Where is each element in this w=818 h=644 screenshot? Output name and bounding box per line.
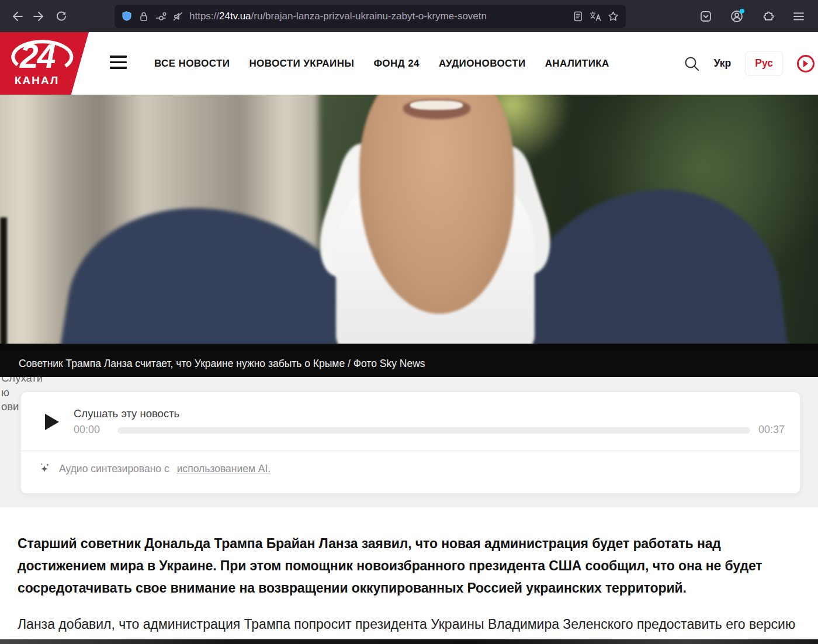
extensions-puzzle-icon [762, 10, 774, 22]
logo-word: КАНАЛ [15, 74, 59, 87]
play-button[interactable] [44, 413, 60, 431]
duration-time: 00:37 [758, 424, 785, 436]
nav-ukraine-news[interactable]: НОВОСТИ УКРАИНЫ [249, 58, 354, 70]
next-content-edge [0, 639, 818, 644]
article-hero-image [0, 95, 818, 351]
url-domain: 24tv.ua [219, 11, 251, 22]
hero-left-edge [0, 217, 7, 351]
nav-fond24[interactable]: ФОНД 24 [373, 58, 420, 70]
bookmark-star-icon[interactable] [608, 11, 619, 22]
browser-toolbar: https://24tv.ua/ru/brajan-lanza-prizval-… [0, 0, 818, 32]
hamburger-menu-icon [793, 12, 805, 21]
audio-player-card: Слушать эту новость 00:00 00:37 Аудио си… [20, 392, 800, 494]
clipped-side-text: ю [1, 386, 9, 399]
site-header: 24 КАНАЛ ВСЕ НОВОСТИ НОВОСТИ УКРАИНЫ ФОН… [0, 32, 818, 95]
player-section: Слухати ю ови Слушать эту новость 00:00 … [0, 377, 818, 507]
audio-title: Слушать эту новость [74, 407, 179, 420]
image-caption: Советник Трампа Ланза считает, что Украи… [19, 358, 425, 370]
forward-icon [33, 11, 45, 22]
url-text: https://24tv.ua/ru/brajan-lanza-prizval-… [189, 11, 566, 22]
search-icon[interactable] [684, 56, 700, 72]
lang-switch-ukr[interactable]: Укр [714, 57, 732, 70]
live-stream-button[interactable] [797, 55, 814, 72]
extensions-button[interactable] [757, 5, 779, 27]
forward-button[interactable] [28, 5, 50, 27]
nav-audionews[interactable]: АУДИОНОВОСТИ [439, 58, 526, 70]
progress-bar[interactable] [117, 427, 750, 434]
ai-sparkle-icon [39, 462, 51, 475]
image-caption-bar: Советник Трампа Ланза считает, что Украи… [0, 351, 818, 377]
nav-all-news[interactable]: ВСЕ НОВОСТИ [154, 58, 230, 70]
account-button[interactable] [726, 5, 748, 27]
back-button[interactable] [6, 5, 28, 27]
header-right-group: Укр Рус [684, 32, 818, 95]
main-nav: ВСЕ НОВОСТИ НОВОСТИ УКРАИНЫ ФОНД 24 АУДИ… [154, 32, 609, 95]
account-notification-dot [740, 9, 744, 13]
ai-note-link[interactable]: использованием AI. [177, 463, 271, 475]
lang-switch-rus[interactable]: Рус [745, 51, 783, 75]
current-time: 00:00 [74, 424, 100, 436]
article-lead-paragraph: Старший советник Дональда Трампа Брайан … [18, 532, 803, 599]
permissions-icon [155, 12, 167, 20]
clipped-side-text: ови [1, 400, 19, 413]
toolbar-right-group [695, 5, 812, 27]
reload-button[interactable] [50, 5, 72, 27]
pocket-button[interactable] [695, 5, 717, 27]
logo-number: 24 [20, 37, 54, 75]
url-path: /ru/brajan-lanza-prizval-ukrainu-zabyt-o… [251, 11, 487, 22]
pocket-icon [700, 11, 712, 22]
live-play-icon [803, 60, 808, 67]
site-menu-button[interactable] [110, 56, 127, 71]
hero-teeth [410, 101, 463, 110]
card-divider [21, 451, 800, 451]
url-protocol: https:// [189, 11, 219, 22]
back-icon [11, 11, 23, 22]
translate-icon[interactable] [590, 11, 601, 22]
autoplay-blocked-icon [173, 12, 183, 21]
lock-icon [138, 11, 149, 22]
hero-letterbox [0, 344, 818, 351]
menu-button[interactable] [788, 5, 810, 27]
ai-note-text: Аудио синтезировано с [59, 463, 169, 475]
tracking-shield-icon [122, 11, 132, 21]
nav-analytics[interactable]: АНАЛИТИКА [545, 58, 609, 70]
ai-attribution-row: Аудио синтезировано с использованием AI. [39, 462, 271, 475]
reader-mode-icon[interactable] [573, 11, 583, 22]
site-logo[interactable]: 24 КАНАЛ [0, 32, 89, 95]
reload-icon [56, 11, 67, 22]
url-bar[interactable]: https://24tv.ua/ru/brajan-lanza-prizval-… [115, 5, 626, 28]
